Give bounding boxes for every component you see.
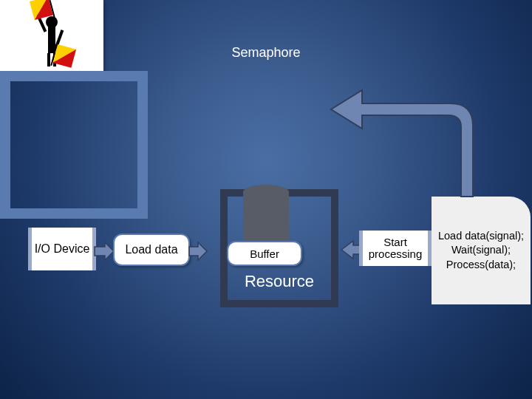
arrow-code-to-semaphore xyxy=(318,81,495,200)
arrow-load-to-resource xyxy=(189,242,207,260)
buffer-node: Buffer xyxy=(227,241,302,266)
start-processing-node: Start processing xyxy=(359,231,432,266)
io-device-node: I/O Device xyxy=(28,228,96,270)
svg-rect-1 xyxy=(48,27,55,53)
slide: Semaphore I/O D xyxy=(0,0,532,399)
svg-point-0 xyxy=(46,16,58,28)
svg-rect-2 xyxy=(47,53,50,66)
semaphore-title: Semaphore xyxy=(211,43,321,62)
svg-marker-13 xyxy=(189,242,207,260)
semaphore-flags-image xyxy=(0,0,103,71)
svg-marker-12 xyxy=(95,242,114,260)
resource-label: Resource xyxy=(220,270,338,293)
arrow-io-to-load xyxy=(95,242,114,260)
resource-outer-frame xyxy=(0,71,148,219)
code-box: Load data(signal); Wait(signal); Process… xyxy=(432,197,531,304)
load-data-node: Load data xyxy=(113,233,190,266)
